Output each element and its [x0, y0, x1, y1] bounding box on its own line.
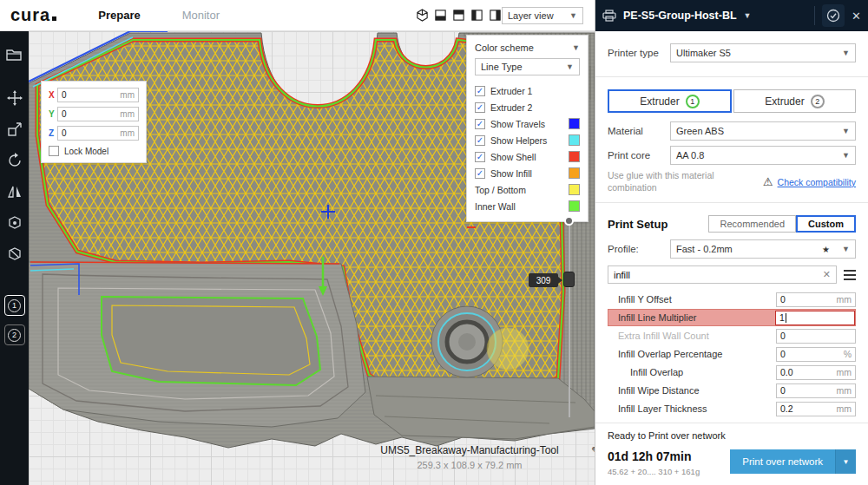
setting-value-input-active[interactable]: 1	[775, 311, 855, 325]
print-options-arrow[interactable]: ▼	[835, 449, 856, 474]
setting-value-input[interactable]: 0 mm	[776, 292, 856, 307]
tab-prepare[interactable]: Prepare	[98, 9, 140, 22]
mirror-tool-button[interactable]	[0, 179, 29, 205]
chevron-down-icon: ▼	[837, 151, 850, 160]
extruder-1-tab[interactable]: Extruder 1	[608, 89, 732, 113]
y-position-input[interactable]: 0 mm	[57, 107, 139, 121]
setting-visibility-menu-icon[interactable]	[844, 270, 856, 280]
setting-list: Infill Y Offset 0 mm Infill Line Multipl…	[608, 291, 856, 417]
chevron-down-icon: ▼	[561, 62, 574, 71]
estimate-block: 01d 12h 07min 45.62 + 20.... 310 + 161g	[608, 449, 700, 476]
machine-header[interactable]: PE-S5-Group-Host-BL ▼ ✕	[595, 0, 868, 31]
setting-unit: mm	[837, 367, 852, 377]
show-infill-checkbox[interactable]: ✓	[475, 168, 485, 179]
header-divider	[814, 6, 815, 25]
extruder-2-tab[interactable]: Extruder 2	[733, 89, 856, 113]
print-core-label: Print core	[608, 150, 670, 161]
setting-value-input[interactable]: 0.0 mm	[776, 365, 856, 380]
setting-value: 0	[780, 294, 786, 305]
setup-mode-toggle: Recommended Custom	[708, 215, 856, 233]
toggle-extruder-1: ✓ Extruder 1	[475, 82, 580, 99]
layer-slider-track[interactable]	[569, 220, 570, 417]
setting-value-input[interactable]: 0 mm	[776, 383, 856, 398]
front-wall-band	[367, 377, 595, 439]
material-label: Material	[608, 126, 670, 136]
material-dropdown[interactable]: Green ABS ▼	[670, 121, 856, 141]
layer-number-badge[interactable]: 309	[529, 273, 558, 287]
model-name: UMS5_Breakaway-Manufacturing-Tool	[354, 444, 585, 456]
model-dimensions: 259.3 x 108.9 x 79.2 mm	[354, 460, 585, 470]
setting-row: Infill Wipe Distance 0 mm	[608, 382, 856, 399]
close-icon[interactable]: ✕	[852, 10, 861, 23]
z-position-input[interactable]: 0 mm	[57, 126, 139, 141]
y-value: 0	[62, 109, 67, 119]
star-icon: ★	[822, 245, 830, 254]
printer-type-label: Printer type	[608, 48, 670, 58]
custom-mode-button[interactable]: Custom	[796, 215, 856, 233]
view-front-icon[interactable]	[433, 8, 448, 23]
recommended-mode-button[interactable]: Recommended	[708, 215, 796, 233]
extruder-section: Extruder 1 Extruder 2 Material Green ABS…	[595, 79, 868, 200]
show-shell-checkbox[interactable]: ✓	[475, 152, 485, 162]
chevron-down-icon: ▼	[837, 245, 850, 253]
view-3d-icon[interactable]	[415, 8, 430, 23]
x-position-input[interactable]: 0 mm	[57, 88, 139, 102]
print-over-network-button[interactable]: Print over network ▼	[730, 449, 856, 474]
print-core-dropdown[interactable]: AA 0.8 ▼	[670, 146, 856, 165]
extruder-2-checkbox[interactable]: ✓	[475, 102, 485, 113]
check-compatibility-link[interactable]: Check compatibility	[778, 177, 856, 187]
tab-monitor[interactable]: Monitor	[182, 9, 220, 22]
lock-model-checkbox[interactable]	[49, 146, 59, 156]
clear-search-icon[interactable]: ✕	[823, 269, 831, 280]
setting-unit: mm	[837, 385, 852, 396]
open-file-button[interactable]	[0, 42, 29, 68]
view-top-icon[interactable]	[451, 8, 466, 23]
setting-value-input[interactable]: 0.2 mm	[776, 402, 856, 416]
layer-slider-top-handle[interactable]	[564, 216, 574, 226]
color-scheme-header[interactable]: Color scheme ▼	[475, 43, 580, 53]
setting-label: Infill Line Multiplier	[618, 312, 775, 323]
printer-type-dropdown[interactable]: Ultimaker S5 ▼	[670, 43, 856, 62]
setting-value-input[interactable]: 0	[776, 329, 856, 344]
lock-model-row: Lock Model	[49, 146, 139, 156]
toggle-label: Show Infill	[490, 168, 532, 179]
support-blocker-button[interactable]	[0, 241, 29, 267]
sidebar-extruder-2-button[interactable]: 2	[4, 324, 25, 345]
material-value: Green ABS	[676, 126, 724, 136]
connection-status-button[interactable]	[822, 4, 845, 27]
3d-viewport[interactable]: X 0 mm Y 0 mm Z 0 mm	[29, 31, 595, 485]
move-tool-button[interactable]	[0, 85, 29, 111]
view-left-icon[interactable]	[470, 8, 484, 23]
rotate-tool-button[interactable]	[0, 147, 29, 174]
setting-value: 1	[779, 312, 785, 323]
top-bottom-color-swatch	[569, 184, 580, 195]
compatibility-group: ⚠ Check compatibility	[763, 175, 856, 188]
sidebar-extruder-1-button[interactable]: 1	[4, 295, 25, 316]
per-model-settings-button[interactable]	[0, 210, 29, 236]
cura-window: cura Prepare Monitor Layer view ▼	[0, 0, 868, 485]
print-button-label: Print over network	[730, 449, 835, 474]
infill-color-swatch	[569, 167, 580, 179]
scale-tool-button[interactable]	[0, 116, 29, 142]
view-right-icon[interactable]	[488, 8, 503, 23]
z-axis-label: Z	[49, 128, 57, 138]
layer-slider-handle[interactable]	[563, 272, 575, 287]
setting-label: Infill Layer Thickness	[618, 403, 776, 414]
x-unit: mm	[120, 90, 135, 100]
view-mode-dropdown[interactable]: Layer view ▼	[502, 7, 583, 24]
setting-search-input[interactable]: infill ✕	[608, 265, 837, 284]
profile-dropdown[interactable]: Fast - 0.2mm ★ ▼	[670, 239, 856, 259]
view-mode-value: Layer view	[508, 10, 554, 21]
z-unit: mm	[120, 128, 135, 138]
glue-advisory-row: Use glue with this material combination …	[608, 170, 856, 193]
sidebar-panel: PE-S5-Group-Host-BL ▼ ✕ Printer type Ult…	[595, 0, 868, 485]
setting-value: 0.0	[780, 367, 793, 377]
show-helpers-checkbox[interactable]: ✓	[475, 135, 485, 146]
extruder-1-checkbox[interactable]: ✓	[475, 86, 485, 96]
color-scheme-dropdown[interactable]: Line Type ▼	[475, 58, 580, 75]
setting-value-input[interactable]: 0 %	[776, 347, 856, 362]
toggle-label: Show Travels	[490, 119, 545, 129]
show-travels-checkbox[interactable]: ✓	[475, 119, 485, 129]
toggle-label: Extruder 1	[490, 86, 532, 96]
setting-search-row: infill ✕	[608, 265, 856, 284]
